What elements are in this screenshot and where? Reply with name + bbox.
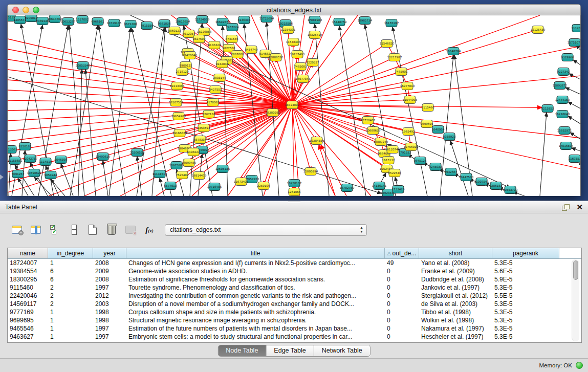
- graph-node[interactable]: 10553790: [503, 186, 518, 194]
- graph-node[interactable]: 18617654: [176, 18, 190, 26]
- graph-node[interactable]: 16120746: [385, 146, 400, 154]
- table-cell[interactable]: Genome-wide association studies in ADHD.: [126, 267, 385, 275]
- graph-node[interactable]: 16155197: [384, 19, 399, 27]
- table-cell[interactable]: Estimation of significance thresholds fo…: [126, 275, 385, 283]
- network-canvas[interactable]: 1935135814055718905019208914616614762106…: [7, 15, 581, 196]
- graph-node[interactable]: 5498222: [187, 148, 200, 156]
- table-cell[interactable]: Tibbo et al. (1998): [419, 308, 492, 316]
- window-titlebar[interactable]: citations_edges.txt: [7, 4, 581, 15]
- table-cell[interactable]: 9463627: [8, 333, 48, 341]
- graph-node[interactable]: 19166829: [172, 129, 187, 137]
- graph-node[interactable]: 18724007: [285, 101, 300, 109]
- table-cell[interactable]: 5.3E-5: [492, 333, 559, 341]
- graph-node[interactable]: 2259109: [257, 182, 270, 190]
- table-cell[interactable]: 2: [48, 300, 93, 308]
- graph-node[interactable]: 17016504: [559, 142, 574, 150]
- table-cell[interactable]: 6: [48, 267, 93, 275]
- table-cell[interactable]: 19384554: [8, 267, 48, 275]
- graph-node[interactable]: 1733426: [392, 186, 405, 193]
- table-cell[interactable]: 0: [385, 283, 419, 292]
- table-cell[interactable]: de Silva et al. (2003): [419, 300, 492, 308]
- graph-node[interactable]: 8938923: [443, 133, 456, 141]
- table-cell[interactable]: 1997: [93, 283, 126, 292]
- graph-node[interactable]: 16099489: [182, 159, 197, 167]
- graph-node[interactable]: 10719185: [107, 19, 122, 27]
- graph-node[interactable]: 8136304: [238, 16, 251, 24]
- table-cell[interactable]: 9777169: [8, 308, 48, 316]
- graph-node[interactable]: 8350181: [19, 143, 32, 150]
- graph-node[interactable]: 9845126: [414, 157, 427, 165]
- table-cell[interactable]: Investigating the contribution of common…: [126, 292, 385, 300]
- graph-node[interactable]: 20053346: [76, 62, 91, 70]
- tab-network-table[interactable]: Network Table: [314, 345, 370, 356]
- graph-node[interactable]: 1167553: [569, 155, 581, 163]
- graph-node[interactable]: 9054944: [45, 171, 57, 179]
- graph-node[interactable]: 9313561: [8, 146, 17, 154]
- table-cell[interactable]: Structural magnetic resonance image aver…: [126, 316, 385, 324]
- table-cell[interactable]: Stergiakouli et al. (2012): [419, 292, 492, 300]
- new-column-button[interactable]: [86, 223, 99, 236]
- tab-edge-table[interactable]: Edge Table: [266, 345, 314, 356]
- graph-node[interactable]: 16782759: [340, 184, 355, 192]
- graph-node[interactable]: 7915350: [141, 22, 154, 30]
- table-cell[interactable]: Franke et al. (2009): [419, 267, 492, 275]
- graph-node[interactable]: 11673405: [234, 178, 249, 186]
- table-cell[interactable]: 1: [48, 308, 93, 316]
- graph-node[interactable]: 11007541: [474, 178, 489, 186]
- graph-node[interactable]: 9861036: [158, 20, 171, 28]
- graph-node[interactable]: 12505135: [215, 165, 230, 173]
- table-cell[interactable]: 1997: [93, 333, 126, 341]
- table-cell[interactable]: 6: [48, 275, 93, 283]
- graph-node[interactable]: 11544093: [403, 96, 418, 104]
- table-selector-dropdown[interactable]: citations_edges.txt ▲▼: [165, 224, 367, 236]
- graph-node[interactable]: 16977810: [400, 82, 415, 90]
- table-cell[interactable]: 2009: [93, 267, 126, 275]
- float-panel-icon[interactable]: [562, 204, 569, 210]
- graph-node[interactable]: 17081983: [308, 16, 322, 24]
- graph-node[interactable]: 18807249: [374, 138, 388, 146]
- table-cell[interactable]: 5.3E-5: [492, 308, 559, 316]
- graph-node[interactable]: 19654903: [171, 113, 186, 120]
- graph-node[interactable]: 15720407: [361, 117, 376, 124]
- graph-node[interactable]: 1615132: [382, 157, 395, 164]
- graph-node[interactable]: 15724059: [195, 16, 210, 24]
- graph-node[interactable]: 7691257: [12, 170, 25, 178]
- column-header-name[interactable]: name: [8, 248, 48, 259]
- graph-node[interactable]: 1353594: [198, 124, 210, 132]
- vertical-scrollbar[interactable]: [572, 259, 579, 341]
- graph-node[interactable]: 16977343: [296, 75, 311, 83]
- graph-node[interactable]: 6577913: [164, 182, 177, 190]
- graph-node[interactable]: 8220337: [307, 59, 319, 67]
- table-cell[interactable]: 9465546: [8, 324, 48, 333]
- graph-node[interactable]: 10447583: [459, 173, 474, 181]
- graph-node[interactable]: 4170065: [207, 99, 220, 106]
- graph-node[interactable]: 22420046: [183, 52, 198, 59]
- column-header-year[interactable]: year: [93, 248, 126, 259]
- table-cell[interactable]: 18724007: [8, 259, 48, 267]
- graph-node[interactable]: 15751074: [568, 39, 581, 47]
- table-cell[interactable]: 18300295: [8, 275, 48, 283]
- graph-node[interactable]: 15892971: [557, 127, 572, 135]
- graph-node[interactable]: 16958107: [287, 180, 302, 187]
- table-cell[interactable]: 1: [48, 324, 93, 333]
- graph-node[interactable]: 18107554: [169, 99, 184, 106]
- graph-node[interactable]: 12444153: [555, 96, 570, 104]
- table-cell[interactable]: 5.5E-5: [492, 292, 559, 300]
- graph-node[interactable]: 9227342: [557, 68, 570, 76]
- graph-node[interactable]: 15800294: [303, 168, 318, 176]
- graph-node[interactable]: 12125439: [531, 26, 546, 34]
- graph-node[interactable]: 18300295: [266, 109, 280, 117]
- graph-node[interactable]: 12254391: [281, 26, 296, 34]
- table-cell[interactable]: Disruption of a novel member of a sodium…: [126, 300, 385, 308]
- splitter-grip[interactable]: [288, 202, 300, 203]
- table-cell[interactable]: 1: [48, 259, 93, 267]
- table-settings-button[interactable]: [10, 223, 24, 236]
- table-cell[interactable]: 22420046: [8, 292, 48, 300]
- table-cell[interactable]: Changes of HCN gene expression and I(f) …: [126, 259, 385, 267]
- graph-node[interactable]: 1640954: [432, 126, 445, 134]
- graph-node[interactable]: 7625402: [176, 171, 189, 179]
- graph-node[interactable]: 16210643: [555, 111, 570, 118]
- graph-node[interactable]: 9245033: [429, 163, 442, 171]
- table-cell[interactable]: 1: [48, 316, 93, 324]
- column-header-in_degree[interactable]: in_degree: [48, 248, 93, 259]
